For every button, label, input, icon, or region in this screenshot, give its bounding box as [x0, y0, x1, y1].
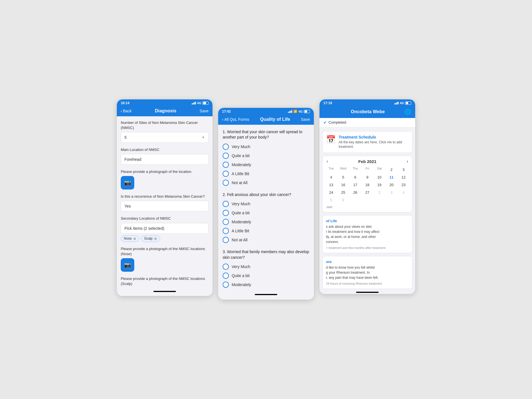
cal-day-5[interactable]: 5: [337, 174, 349, 181]
info-text-2: d like to know how you felt whilstg your…: [326, 265, 409, 280]
secondary-input[interactable]: Pick Items (2 selected): [121, 223, 209, 234]
back-button-2[interactable]: ‹ All QoL Forms: [222, 117, 249, 122]
question-3: 3. Worried that family members may also …: [223, 249, 309, 288]
treatment-card[interactable]: 📅 Treatment Schedule All the key dates a…: [322, 131, 412, 153]
cal-day-17[interactable]: 17: [350, 181, 361, 188]
calendar-widget: ‹ Feb 2021 › Tue Wed Thu Fri Sat 2 3 4 5…: [322, 156, 412, 212]
radio-q3-1[interactable]: [223, 264, 229, 270]
battery-3: [405, 101, 411, 105]
main-location-label: Main Location of NMSC: [121, 147, 209, 152]
bar1: [192, 103, 193, 104]
q2-opt-1[interactable]: Very Much: [223, 201, 309, 207]
remove-nose-icon[interactable]: ⊗: [133, 237, 136, 241]
cal-day-11[interactable]: 11: [386, 174, 397, 181]
cal-day-20[interactable]: 20: [386, 181, 397, 188]
q3-opt-3[interactable]: Moderately: [223, 282, 309, 288]
globe-icon[interactable]: 🌐: [404, 108, 411, 115]
q1-label-5: Not at All: [232, 180, 247, 185]
radio-q2-5[interactable]: [223, 237, 229, 243]
cal-day-16[interactable]: 16: [337, 181, 349, 188]
sites-input[interactable]: 5 ▼: [121, 132, 209, 143]
q1-opt-1[interactable]: Very Much: [223, 144, 309, 150]
home-indicator-2: [255, 294, 277, 295]
q1-label-1: Very Much: [232, 144, 250, 149]
nav-title-2: Quality of Life: [260, 117, 290, 122]
back-button-1[interactable]: ‹ Back: [121, 109, 132, 113]
radio-q1-4[interactable]: [223, 171, 229, 177]
q1-label-3: Moderately: [232, 162, 251, 167]
battery-2: [304, 110, 310, 113]
radio-q1-5[interactable]: [223, 180, 229, 186]
tag-nose[interactable]: Nose ⊗: [121, 235, 139, 242]
radio-q1-2[interactable]: [223, 153, 229, 159]
sites-section: Number of Sites of Non Melanoma Skin Can…: [121, 120, 209, 143]
time-1: 16:14: [121, 101, 129, 105]
cal-day-10[interactable]: 10: [374, 174, 385, 181]
completed-label: Completed: [328, 120, 346, 124]
q2-opt-5[interactable]: Not at All: [223, 237, 309, 243]
cal-day-4[interactable]: 4: [325, 174, 337, 181]
cal-day-6[interactable]: 6: [350, 174, 361, 181]
radio-q2-2[interactable]: [223, 210, 229, 216]
radio-q1-3[interactable]: [223, 162, 229, 168]
photo-section-1: Please provide a photograph of the locat…: [121, 169, 209, 190]
cal-next-icon[interactable]: ›: [407, 159, 408, 164]
cal-day-n6: 6: [337, 197, 349, 204]
cal-day-2[interactable]: 2: [386, 166, 397, 173]
q1-label-4: A Little Bit: [232, 171, 249, 176]
radio-q1-1[interactable]: [223, 144, 229, 150]
cal-day-19[interactable]: 19: [374, 181, 385, 188]
q2-opt-3[interactable]: Moderately: [223, 219, 309, 225]
q3-opt-2[interactable]: Quite a bit: [223, 273, 309, 279]
save-button-2[interactable]: Save: [301, 117, 310, 122]
cal-day-24[interactable]: 24: [325, 189, 337, 196]
cal-day-13[interactable]: 13: [325, 181, 337, 188]
cal-day-26[interactable]: 26: [350, 189, 361, 196]
nav-title-1: Diagnosis: [155, 108, 176, 113]
dow-thu: Thu: [350, 166, 361, 173]
radio-q2-3[interactable]: [223, 219, 229, 225]
recurrence-input[interactable]: Yes: [121, 201, 209, 211]
q1-opt-3[interactable]: Moderately: [223, 162, 309, 168]
network-3: 4G: [400, 101, 404, 105]
q1-opt-5[interactable]: Not at All: [223, 180, 309, 186]
cal-day-12[interactable]: 12: [398, 174, 409, 181]
info-note-2: 24 hours of receiving Rhenium treatment: [326, 282, 409, 285]
tag-nose-label: Nose: [124, 237, 132, 240]
cal-month: Feb 2021: [358, 159, 376, 164]
dow-tue: Tue: [325, 166, 337, 173]
radio-q2-4[interactable]: [223, 228, 229, 234]
oncobeta-content: 📅 Treatment Schedule All the key dates a…: [319, 127, 415, 294]
check-icon: ✔: [323, 120, 327, 125]
dow-sat: Sat: [374, 166, 385, 173]
cal-day-27[interactable]: 27: [362, 189, 373, 196]
photo-button-nose[interactable]: 📷: [121, 258, 134, 272]
cal-prev-icon[interactable]: ‹: [327, 159, 328, 164]
cal-day-25[interactable]: 25: [337, 189, 349, 196]
q3-opt-1[interactable]: Very Much: [223, 264, 309, 270]
save-button-1[interactable]: Save: [200, 109, 209, 113]
q1-opt-4[interactable]: A Little Bit: [223, 171, 309, 177]
q1-label-2: Quite a bit: [232, 153, 250, 158]
cal-day-3[interactable]: 3: [398, 166, 409, 173]
radio-q2-1[interactable]: [223, 201, 229, 207]
q1-opt-2[interactable]: Quite a bit: [223, 153, 309, 159]
q2-opt-4[interactable]: A Little Bit: [223, 228, 309, 234]
cal-day-n2: 2: [374, 189, 385, 196]
radio-q3-3[interactable]: [223, 282, 229, 288]
cal-day-23[interactable]: 23: [398, 181, 409, 188]
signal-bars-1: [192, 102, 196, 104]
photo-button-1[interactable]: 📷: [121, 176, 134, 190]
sites-value: 5: [124, 135, 127, 140]
sites-label: Number of Sites of Non Melanoma Skin Can…: [121, 120, 209, 130]
signal-bars-3: [394, 102, 399, 104]
remove-scalp-icon[interactable]: ⊗: [154, 237, 157, 241]
cal-day-18[interactable]: 18: [362, 181, 373, 188]
q2-opt-2[interactable]: Quite a bit: [223, 210, 309, 216]
radio-q3-2[interactable]: [223, 273, 229, 279]
main-location-input[interactable]: Forehead: [121, 154, 209, 165]
info-section-1: of Life s ask about your views on skinr …: [322, 215, 412, 253]
cal-day-9[interactable]: 9: [362, 174, 373, 181]
bar3: [194, 102, 195, 104]
tag-scalp[interactable]: Scalp ⊗: [141, 235, 160, 242]
